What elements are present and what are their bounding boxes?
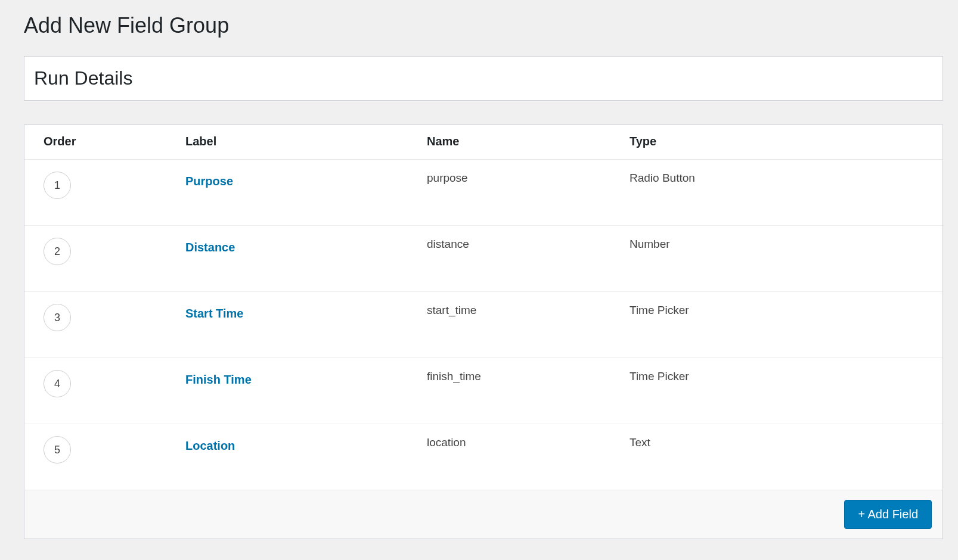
col-header-name: Name (427, 135, 630, 148)
field-type: Time Picker (630, 370, 689, 382)
col-header-order: Order (24, 135, 185, 148)
field-row: 2DistancedistanceNumber (24, 225, 943, 291)
field-type: Number (630, 238, 670, 250)
field-name: purpose (427, 172, 468, 184)
fields-header-row: Order Label Name Type (24, 125, 943, 160)
field-type: Time Picker (630, 304, 689, 316)
field-row: 1PurposepurposeRadio Button (24, 160, 943, 225)
group-title-input[interactable] (24, 57, 943, 100)
field-label-link[interactable]: Distance (185, 239, 235, 256)
page-title: Add New Field Group (24, 13, 943, 38)
field-type: Radio Button (630, 172, 695, 184)
group-title-panel (24, 56, 943, 101)
fields-footer: + Add Field (24, 490, 943, 539)
field-name: start_time (427, 304, 476, 316)
field-row: 3Start Timestart_timeTime Picker (24, 291, 943, 357)
order-badge[interactable]: 3 (44, 304, 71, 331)
order-badge[interactable]: 4 (44, 370, 71, 397)
field-label-link[interactable]: Start Time (185, 305, 243, 322)
field-name: distance (427, 238, 469, 250)
field-label-link[interactable]: Finish Time (185, 371, 252, 388)
field-label-link[interactable]: Purpose (185, 173, 233, 189)
field-name: finish_time (427, 370, 481, 382)
order-badge[interactable]: 5 (44, 436, 71, 463)
field-row: 4Finish Timefinish_timeTime Picker (24, 357, 943, 424)
add-field-button[interactable]: + Add Field (844, 500, 932, 529)
order-badge[interactable]: 1 (44, 172, 71, 199)
col-header-label: Label (185, 135, 427, 148)
field-type: Text (630, 436, 650, 449)
fields-panel: Order Label Name Type 1PurposepurposeRad… (24, 125, 943, 539)
order-badge[interactable]: 2 (44, 238, 71, 265)
field-row: 5LocationlocationText (24, 424, 943, 490)
field-name: location (427, 436, 466, 449)
col-header-type: Type (630, 135, 943, 148)
field-label-link[interactable]: Location (185, 437, 235, 454)
